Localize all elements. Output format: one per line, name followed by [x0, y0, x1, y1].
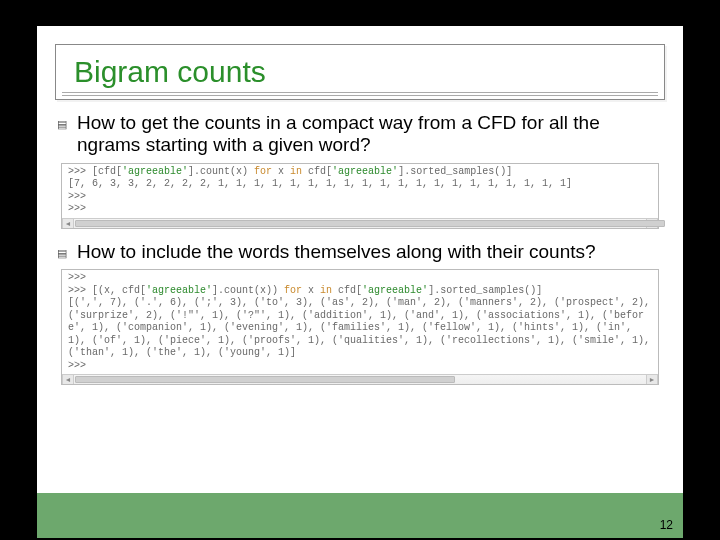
slide-title: Bigram counts	[74, 55, 646, 89]
bullet-item: ▤ How to get the counts in a compact way…	[57, 112, 663, 157]
code-block-1: >>> [cfd['agreeable'].count(x) for x in …	[61, 163, 659, 229]
scroll-thumb[interactable]	[75, 220, 665, 227]
scroll-right-icon[interactable]: ►	[646, 375, 658, 384]
title-container: Bigram counts	[55, 44, 665, 100]
bullet-text-2: How to include the words themselves alon…	[77, 241, 596, 263]
scroll-thumb[interactable]	[75, 376, 455, 383]
scrollbar-horizontal[interactable]: ◄ ►	[62, 374, 658, 384]
code-content-1: >>> [cfd['agreeable'].count(x) for x in …	[62, 164, 658, 218]
page-number: 12	[660, 518, 673, 532]
scroll-track[interactable]	[74, 375, 646, 384]
code-content-2: >>> >>> [(x, cfd['agreeable'].count(x)) …	[62, 270, 658, 374]
bullet-item: ▤ How to include the words themselves al…	[57, 241, 663, 263]
scroll-left-icon[interactable]: ◄	[62, 375, 74, 384]
bullet-icon: ▤	[57, 241, 69, 260]
content-area: ▤ How to get the counts in a compact way…	[37, 108, 683, 385]
bullet-icon: ▤	[57, 112, 69, 131]
bullet-text-1: How to get the counts in a compact way f…	[77, 112, 663, 157]
footer-bar: 12	[37, 492, 683, 538]
scroll-track[interactable]	[74, 219, 646, 228]
scrollbar-horizontal[interactable]: ◄ ►	[62, 218, 658, 228]
scroll-left-icon[interactable]: ◄	[62, 219, 74, 228]
slide: Bigram counts ▤ How to get the counts in…	[37, 26, 683, 538]
code-block-2: >>> >>> [(x, cfd['agreeable'].count(x)) …	[61, 269, 659, 385]
